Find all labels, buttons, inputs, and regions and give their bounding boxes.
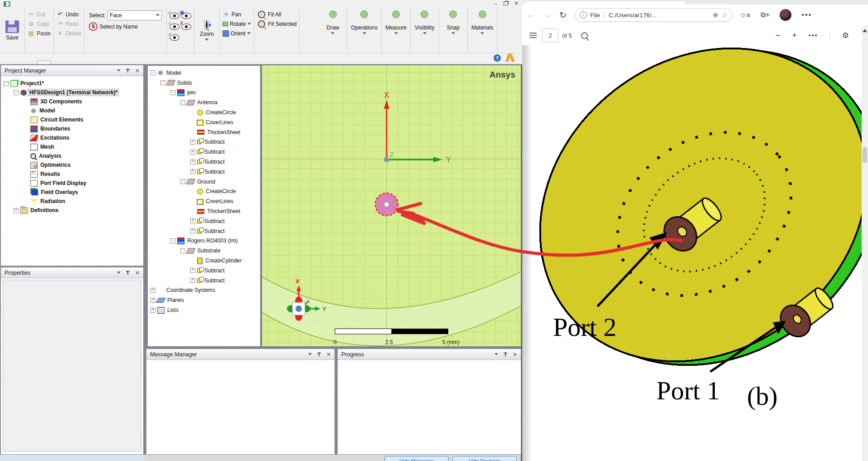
tree-expander-icon[interactable]: - xyxy=(180,248,185,253)
toggle-visibility-icon[interactable]: ✓ xyxy=(170,34,179,41)
tree-expander-icon[interactable]: - xyxy=(160,80,165,85)
favorite-add-icon[interactable]: ☆ xyxy=(722,11,727,19)
model-tree-item[interactable]: + Subtract xyxy=(148,137,260,147)
model-tree-item[interactable]: - Model xyxy=(148,68,260,78)
model-tree-item[interactable]: ThickenSheet xyxy=(148,127,260,137)
pdf-more-icon[interactable]: ••• xyxy=(809,32,818,39)
tree-expander-icon[interactable]: + xyxy=(190,140,195,145)
project-tree-item[interactable]: - Project1* xyxy=(1,79,143,88)
orient-button[interactable]: Orient xyxy=(223,29,251,38)
panel-menu-icon[interactable] xyxy=(308,353,312,355)
address-bar[interactable]: i File C:/Users/ar176/... ⊕ ☆ xyxy=(575,8,732,22)
help-icon[interactable]: ? xyxy=(494,54,501,62)
project-tree-item[interactable]: - HFSSDesign1 (Terminal Network)* xyxy=(1,88,143,97)
search-icon[interactable] xyxy=(581,32,588,39)
close-icon[interactable]: ✕ xyxy=(513,351,517,358)
model-tree-item[interactable]: + Coordinate Systems xyxy=(148,286,260,296)
tree-expander-icon[interactable]: + xyxy=(14,208,19,213)
pin-icon[interactable] xyxy=(127,271,128,275)
project-tree-item[interactable]: Circuit Elements xyxy=(1,115,143,124)
project-tree-item[interactable]: Boundaries xyxy=(1,124,143,133)
hide-selected-icon[interactable]: ✗ xyxy=(181,24,191,30)
page-number-input[interactable]: 2 xyxy=(542,29,558,42)
ribbon-group-button[interactable]: Snap xyxy=(439,8,468,53)
forward-icon[interactable]: → xyxy=(538,10,555,20)
zoom-page-icon[interactable]: ⊕ xyxy=(713,11,718,19)
tree-expander-icon[interactable]: + xyxy=(190,169,195,174)
collections-icon[interactable]: ⧉+ xyxy=(761,11,770,19)
tree-expander-icon[interactable]: - xyxy=(150,70,155,75)
gear-icon[interactable]: ⚙ xyxy=(842,31,849,40)
model-tree-item[interactable]: - Solids xyxy=(148,78,260,88)
tree-expander-icon[interactable]: + xyxy=(150,298,155,303)
tree-expander-icon[interactable]: + xyxy=(190,218,195,223)
model-tree-item[interactable]: - Substrate xyxy=(148,246,260,256)
tree-expander-icon[interactable]: - xyxy=(180,179,185,184)
menu-item[interactable] xyxy=(15,4,24,5)
panel-menu-icon[interactable] xyxy=(117,272,121,274)
project-tree-item[interactable]: Field Overlays xyxy=(1,188,143,197)
project-tree-item[interactable]: Analysis xyxy=(1,151,143,160)
project-tree-item[interactable]: 3D Components xyxy=(1,97,143,106)
hide-progress-button[interactable]: Hide Progress xyxy=(452,456,517,461)
show-window-icon[interactable]: ▣ xyxy=(181,13,191,19)
close-icon[interactable]: ✕ xyxy=(514,0,519,6)
menu-item[interactable] xyxy=(34,4,44,5)
ribbon-group-button[interactable]: Measure xyxy=(382,8,411,53)
model-tree-item[interactable]: + Subtract xyxy=(148,147,260,157)
ribbon-tab[interactable] xyxy=(100,61,112,64)
show-all-icon[interactable]: ✓ xyxy=(170,24,179,30)
model-tree-item[interactable]: - Rogers RO4003 (tm) xyxy=(148,236,260,246)
pdf-scrollbar[interactable] xyxy=(862,25,868,461)
project-tree-item[interactable]: Port Field Display xyxy=(1,179,143,188)
model-tree-item[interactable]: - pec xyxy=(148,88,260,98)
model-tree-item[interactable]: + Subtract xyxy=(148,216,260,226)
menu-item[interactable] xyxy=(24,4,34,5)
tree-expander-icon[interactable]: + xyxy=(190,228,195,233)
tree-expander-icon[interactable]: + xyxy=(190,160,195,165)
model-tree-item[interactable]: CoverLines xyxy=(148,117,260,127)
menu-item[interactable] xyxy=(44,4,54,5)
tree-expander-icon[interactable]: + xyxy=(190,268,195,273)
zoom-out-icon[interactable]: − xyxy=(776,31,781,40)
model-tree-item[interactable]: + Subtract xyxy=(148,157,260,167)
menu-item[interactable] xyxy=(54,4,64,5)
model-tree-item[interactable]: ThickenSheet xyxy=(148,206,260,216)
ribbon-tab[interactable] xyxy=(6,61,19,64)
model-tree-item[interactable]: CoverLines xyxy=(148,196,260,206)
ribbon-group-button[interactable]: Operations xyxy=(347,8,382,53)
table-of-contents-icon[interactable] xyxy=(529,33,537,38)
menu-item[interactable] xyxy=(84,4,94,5)
panel-menu-icon[interactable] xyxy=(495,353,498,355)
pin-icon[interactable] xyxy=(127,68,128,73)
menu-item[interactable] xyxy=(94,4,104,5)
project-tree-item[interactable]: Results xyxy=(1,170,143,179)
close-icon[interactable]: ✕ xyxy=(135,68,140,74)
project-tree-item[interactable]: Radiation xyxy=(1,197,143,206)
tree-expander-icon[interactable]: + xyxy=(190,150,195,155)
model-tree-item[interactable]: CreateCircle xyxy=(148,107,260,117)
select-mode-dropdown[interactable]: Face xyxy=(107,10,162,20)
browser-menu-icon[interactable]: ••• xyxy=(801,11,812,19)
scroll-up-icon[interactable] xyxy=(863,29,867,32)
close-icon[interactable]: ✕ xyxy=(135,270,140,276)
refresh-icon[interactable]: ↻ xyxy=(555,10,571,20)
menu-item[interactable] xyxy=(74,4,84,5)
project-tree-item[interactable]: Model xyxy=(1,106,143,115)
tree-expander-icon[interactable]: + xyxy=(190,278,195,283)
tree-expander-icon[interactable]: + xyxy=(150,308,155,313)
copy-button[interactable]: ⧉Copy xyxy=(28,19,51,29)
model-tree-item[interactable]: + Subtract xyxy=(148,226,260,236)
cut-button[interactable]: ✂Cut xyxy=(28,10,51,19)
tree-expander-icon[interactable]: - xyxy=(180,100,185,105)
ribbon-tab[interactable] xyxy=(22,61,34,64)
tree-expander-icon[interactable]: + xyxy=(150,288,155,293)
pan-button[interactable]: ✛Pan xyxy=(223,10,251,19)
project-tree-item[interactable]: Excitations xyxy=(1,133,143,142)
project-tree-item[interactable]: + Definitions xyxy=(1,206,143,215)
model-tree-item[interactable]: + Lists xyxy=(148,305,260,315)
model-tree-item[interactable]: + Subtract xyxy=(148,276,260,286)
model-tree-item[interactable]: + Planes xyxy=(148,295,260,305)
delete-button[interactable]: ✕Delete xyxy=(57,29,82,38)
undo-button[interactable]: ↶Undo xyxy=(57,10,82,19)
